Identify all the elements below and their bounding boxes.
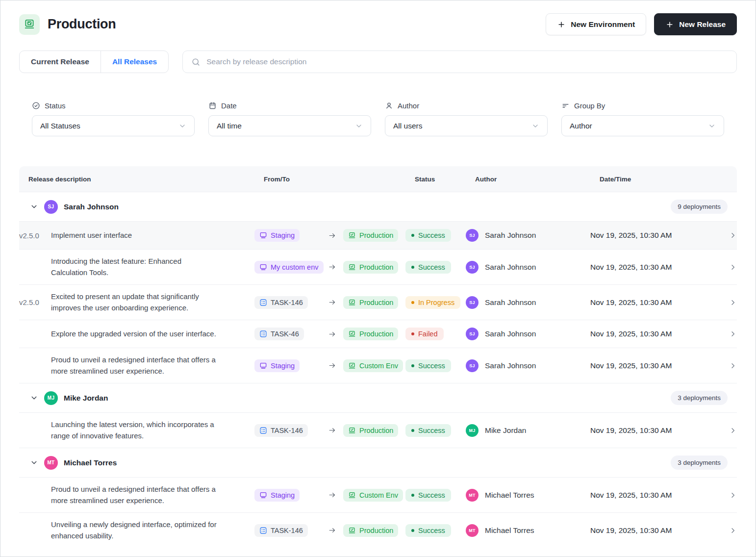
author-group-row[interactable]: MT Michael Torres 3 deployments	[19, 448, 737, 477]
status-filter: Status All Statuses	[32, 101, 195, 136]
chevron-right-icon[interactable]	[729, 527, 737, 534]
releases-table: Release description From/To Status Autho…	[19, 166, 737, 548]
new-release-button[interactable]: New Release	[654, 13, 737, 35]
chevron-right-icon[interactable]	[729, 362, 737, 370]
status-filter-select[interactable]: All Statuses	[32, 115, 195, 136]
author-group-row[interactable]: MJ Mike Jordan 3 deployments	[19, 383, 737, 412]
date-filter: Date All time	[208, 101, 371, 136]
author-group-row[interactable]: SJ Sarah Johnson 9 deployments	[19, 192, 737, 221]
deployments-count-badge: 9 deployments	[671, 200, 728, 214]
release-row[interactable]: Unveiling a newly designed interface, op…	[19, 512, 737, 548]
chevron-right-icon[interactable]	[729, 263, 737, 271]
new-environment-label: New Environment	[571, 20, 635, 29]
chevron-right-icon[interactable]	[729, 427, 737, 434]
release-row[interactable]: Proud to unveil a redesigned interface t…	[19, 477, 737, 512]
status-label: Success	[418, 527, 445, 534]
from-env-badge: TASK-46	[254, 328, 304, 340]
to-env-badge: Custom Env	[343, 359, 403, 372]
chevron-right-icon[interactable]	[729, 330, 737, 338]
to-environment: Production	[343, 524, 398, 537]
from-env-badge: My custom env	[254, 261, 324, 274]
release-row[interactable]: Proud to unveil a redesigned interface t…	[19, 348, 737, 383]
release-description: Introducing the latest feature: Enhanced…	[51, 256, 254, 278]
status-badge: Failed	[405, 328, 444, 340]
release-row[interactable]: Introducing the latest feature: Enhanced…	[19, 249, 737, 284]
env-badge-label: TASK-146	[271, 527, 303, 534]
release-description: Proud to unveil a redesigned interface t…	[51, 354, 254, 377]
author-filter-select[interactable]: All users	[385, 115, 548, 136]
env-badge-label: Production	[359, 330, 393, 338]
monitor-icon	[259, 491, 267, 499]
search-icon	[191, 57, 201, 67]
env-badge-label: Staging	[271, 362, 295, 370]
calendar-icon	[208, 101, 217, 110]
arrow-right-icon	[328, 491, 336, 499]
chevron-right-icon[interactable]	[729, 299, 737, 306]
date-filter-select[interactable]: All time	[208, 115, 371, 136]
task-icon	[259, 330, 267, 338]
status-filter-value: All Statuses	[40, 122, 80, 130]
from-environment: TASK-146	[254, 524, 328, 537]
author-cell: MJ Mike Jordan	[466, 424, 590, 437]
arrow-right-icon	[328, 298, 336, 306]
chevron-right-icon[interactable]	[729, 491, 737, 499]
release-description: Launching the latest version, which inco…	[51, 419, 254, 441]
monitor-icon	[259, 231, 267, 239]
deployments-count-badge: 3 deployments	[671, 391, 728, 405]
laptop-check-icon	[348, 491, 356, 499]
new-release-label: New Release	[679, 20, 726, 29]
task-icon	[259, 299, 267, 306]
release-datetime: Nov 19, 2025, 10:30 AM	[590, 298, 698, 307]
table-header-row: Release description From/To Status Autho…	[19, 166, 737, 192]
arrow-right-icon	[328, 231, 336, 240]
status-cell: Success	[405, 524, 466, 537]
avatar: SJ	[466, 261, 479, 274]
arrow-right-icon	[328, 526, 336, 534]
release-datetime: Nov 19, 2025, 10:30 AM	[590, 329, 698, 338]
to-env-badge: Production	[343, 524, 398, 537]
status-label: Success	[418, 362, 445, 370]
author-cell: SJ Sarah Johnson	[466, 261, 590, 274]
search-input[interactable]	[206, 57, 728, 66]
release-description: Implement user interface	[51, 230, 254, 241]
chevron-down-icon[interactable]	[30, 394, 40, 402]
env-badge-label: Custom Env	[359, 362, 398, 370]
tab-current-release[interactable]: Current Release	[20, 51, 101, 73]
avatar: SJ	[466, 229, 479, 242]
search-box[interactable]	[182, 51, 737, 73]
from-to-cell: My custom env Production	[254, 261, 405, 274]
person-icon	[385, 101, 393, 110]
chevron-down-icon[interactable]	[30, 203, 40, 211]
chevron-right-icon[interactable]	[729, 231, 737, 239]
release-description: Excited to present an update that signif…	[51, 291, 254, 313]
author-name: Michael Torres	[485, 526, 534, 535]
monitor-icon	[259, 362, 267, 370]
author-name: Sarah Johnson	[485, 329, 536, 338]
new-environment-button[interactable]: New Environment	[546, 13, 646, 35]
release-row[interactable]: v2.5.0 Excited to present an update that…	[19, 284, 737, 320]
author-name: Sarah Johnson	[485, 361, 536, 370]
release-version: v2.5.0	[19, 231, 51, 240]
group-by-filter-select[interactable]: Author	[561, 115, 724, 136]
release-row[interactable]: Explore the upgraded version of the user…	[19, 320, 737, 348]
from-to-cell: TASK-146 Production	[254, 424, 405, 437]
author-cell: MT Michael Torres	[466, 524, 590, 537]
release-row[interactable]: Launching the latest version, which inco…	[19, 412, 737, 448]
chevron-down-icon	[355, 122, 363, 130]
release-row[interactable]: v2.5.0 Implement user interface Staging …	[19, 221, 737, 249]
title-wrap: Production	[19, 14, 116, 35]
avatar: SJ	[466, 359, 479, 372]
tab-all-releases[interactable]: All Releases	[101, 51, 168, 73]
status-badge: Success	[405, 424, 451, 437]
to-env-badge: Custom Env	[343, 489, 403, 502]
status-badge: Success	[405, 359, 451, 372]
col-date-time: Date/Time	[600, 176, 707, 183]
from-to-cell: TASK-46 Production	[254, 328, 405, 340]
status-label: In Progress	[418, 299, 454, 306]
chevron-down-icon[interactable]	[30, 458, 40, 467]
from-environment: TASK-46	[254, 328, 328, 340]
to-environment: Production	[343, 424, 398, 437]
laptop-check-icon	[348, 231, 356, 239]
from-env-badge: TASK-146	[254, 524, 308, 537]
date-filter-value: All time	[217, 122, 242, 130]
